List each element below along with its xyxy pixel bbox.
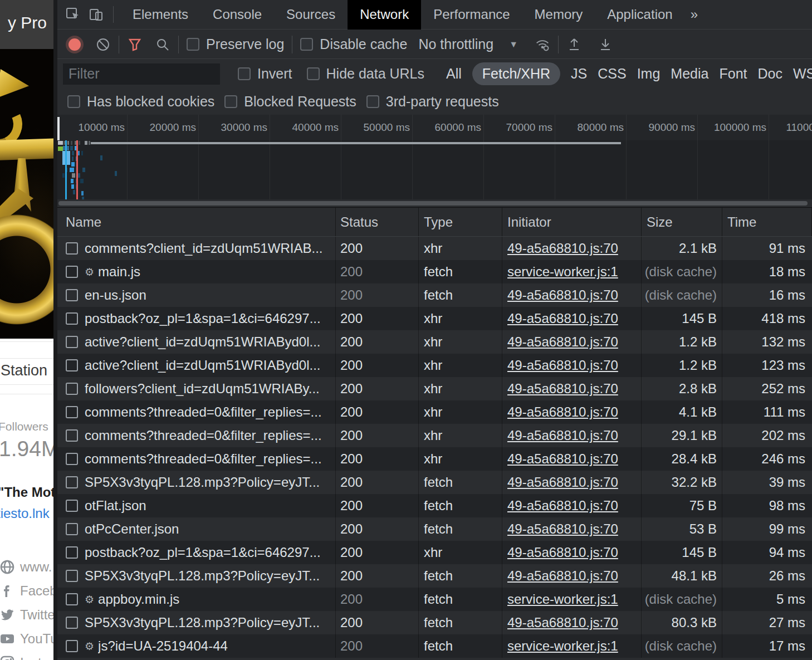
table-row[interactable]: ⚙js?id=UA-2519404-44200fetchservice-work… [57,634,812,658]
blocked-requests-checkbox[interactable]: Blocked Requests [224,94,356,110]
request-name-cell[interactable]: otPcCenter.json [57,517,336,541]
row-checkbox[interactable] [66,336,78,348]
request-name-cell[interactable]: active?client_id=zdUqm51WRIAByd0l... [57,354,336,377]
initiator-link[interactable]: 49-a5a68810.js:70 [507,521,618,537]
column-header-initiator[interactable]: Initiator [502,208,642,236]
table-row[interactable]: otPcCenter.json200fetch49-a5a68810.js:70… [57,517,812,541]
inspect-element-icon[interactable] [65,7,81,22]
initiator-link[interactable]: 49-a5a68810.js:70 [507,568,618,584]
table-row[interactable]: comments?client_id=zdUqm51WRIAB...200xhr… [57,237,812,260]
initiator-link[interactable]: 49-a5a68810.js:70 [507,545,618,560]
row-checkbox[interactable] [66,476,78,488]
table-row[interactable]: SP5X3v3tyqPL.128.mp3?Policy=eyJT...200fe… [57,611,812,634]
checkbox[interactable] [366,95,379,108]
request-name-cell[interactable]: otFlat.json [57,494,336,517]
row-checkbox[interactable] [66,523,78,535]
initiator-link[interactable]: 49-a5a68810.js:70 [507,358,618,373]
checkbox[interactable] [187,38,199,51]
social-link-twitter[interactable]: Twitte [0,603,54,627]
column-header-type[interactable]: Type [419,208,502,236]
column-header-status[interactable]: Status [336,208,419,236]
initiator-link[interactable]: 49-a5a68810.js:70 [507,334,618,350]
column-header-name[interactable]: Name [57,208,336,236]
filter-type-fetch-xhr[interactable]: Fetch/XHR [472,62,560,85]
table-row[interactable]: ⚙main.js200fetchservice-worker.js:1(disk… [57,260,812,283]
checkbox[interactable] [238,67,251,80]
table-row[interactable]: active?client_id=zdUqm51WRIAByd0l...200x… [57,330,812,354]
waterfall-overview[interactable] [57,140,812,199]
row-checkbox[interactable] [66,640,78,652]
clear-icon[interactable] [95,37,111,52]
station-button[interactable]: Station [1,362,47,379]
table-row[interactable]: comments?threaded=0&filter_replies=...20… [57,447,812,471]
filter-type-ws[interactable]: WS [793,66,812,82]
request-name-cell[interactable]: postback?oz_pl=1&spa=1&ci=646297... [57,307,336,330]
table-row[interactable]: active?client_id=zdUqm51WRIAByd0l...200x… [57,354,812,377]
table-row[interactable]: postback?oz_pl=1&spa=1&ci=646297...200xh… [57,541,812,564]
request-name-cell[interactable]: active?client_id=zdUqm51WRIAByd0l... [57,330,336,354]
row-checkbox[interactable] [66,593,78,605]
initiator-link[interactable]: service-worker.js:1 [507,591,618,607]
row-checkbox[interactable] [66,546,78,559]
row-checkbox[interactable] [66,266,78,278]
tab-console[interactable]: Console [200,0,274,30]
column-header-size[interactable]: Size [642,208,722,236]
initiator-link[interactable]: 49-a5a68810.js:70 [507,311,618,326]
search-icon[interactable] [155,37,170,52]
devtools-left-edge[interactable] [53,0,57,660]
tab-application[interactable]: Application [595,0,684,30]
filter-type-media[interactable]: Media [671,66,708,82]
initiator-link[interactable]: 49-a5a68810.js:70 [507,241,618,256]
table-row[interactable]: comments?threaded=0&filter_replies=...20… [57,424,812,447]
social-link-instagram[interactable]: Insta [0,651,54,660]
checkbox[interactable] [224,95,237,108]
table-row[interactable]: comments?threaded=0&filter_replies=...20… [57,400,812,424]
initiator-link[interactable]: 49-a5a68810.js:70 [507,404,618,420]
filter-type-js[interactable]: JS [571,66,587,82]
row-checkbox[interactable] [66,359,78,371]
request-name-cell[interactable]: ⚙js?id=UA-2519404-44 [57,634,336,658]
tab-network[interactable]: Network [348,0,421,30]
request-name-cell[interactable]: ⚙main.js [57,260,336,283]
request-name-cell[interactable]: postback?oz_pl=1&spa=1&ci=646297... [57,541,336,564]
table-row[interactable]: SP5X3v3tyqPL.128.mp3?Policy=eyJT...200fe… [57,471,812,494]
row-checkbox[interactable] [66,312,78,325]
hide-data-urls-checkbox[interactable]: Hide data URLs [307,66,424,82]
invert-checkbox[interactable]: Invert [238,66,292,82]
request-name-cell[interactable]: en-us.json [57,283,336,307]
3rd-party-requests-checkbox[interactable]: 3rd-party requests [366,94,499,110]
table-row[interactable]: ⚙appboy.min.js200fetchservice-worker.js:… [57,588,812,611]
table-row[interactable]: otFlat.json200fetch49-a5a68810.js:7075 B… [57,494,812,517]
table-row[interactable]: en-us.json200fetch49-a5a68810.js:70(disk… [57,283,812,307]
overview-left-handle[interactable] [57,117,60,140]
filter-icon[interactable] [127,37,143,52]
tab-elements[interactable]: Elements [120,0,200,30]
table-row[interactable]: SP5X3v3tyqPL.128.mp3?Policy=eyJT...200fe… [57,564,812,588]
initiator-link[interactable]: 49-a5a68810.js:70 [507,428,618,443]
request-name-cell[interactable]: ⚙appboy.min.js [57,588,336,611]
more-tabs-chevron[interactable]: » [691,7,698,22]
social-link-youtube[interactable]: YouTu [0,627,54,651]
scrollbar-thumb[interactable] [58,201,808,206]
initiator-link[interactable]: 49-a5a68810.js:70 [507,451,618,467]
request-name-cell[interactable]: comments?threaded=0&filter_replies=... [57,400,336,424]
checkbox[interactable] [300,38,313,51]
table-row[interactable]: postback?oz_pl=1&spa=1&ci=646297...200xh… [57,307,812,330]
preserve-log-checkbox[interactable]: Preserve log [187,36,284,52]
initiator-link[interactable]: 49-a5a68810.js:70 [507,381,618,397]
tab-sources[interactable]: Sources [274,0,348,30]
table-row[interactable]: followers?client_id=zdUqm51WRIABy...200x… [57,377,812,400]
row-checkbox[interactable] [66,453,78,465]
row-checkbox[interactable] [66,570,78,582]
bio-link[interactable]: tiesto.lnk [0,506,50,521]
row-checkbox[interactable] [66,242,78,255]
initiator-link[interactable]: 49-a5a68810.js:70 [507,287,618,303]
initiator-link[interactable]: service-worker.js:1 [507,638,618,654]
network-conditions-icon[interactable] [535,37,550,52]
social-link-facebook[interactable]: Faceb [0,579,54,603]
record-button[interactable] [69,38,81,51]
filter-input[interactable] [63,63,220,85]
request-name-cell[interactable]: SP5X3v3tyqPL.128.mp3?Policy=eyJT... [57,611,336,634]
row-checkbox[interactable] [66,406,78,418]
import-har-icon[interactable] [566,37,582,52]
